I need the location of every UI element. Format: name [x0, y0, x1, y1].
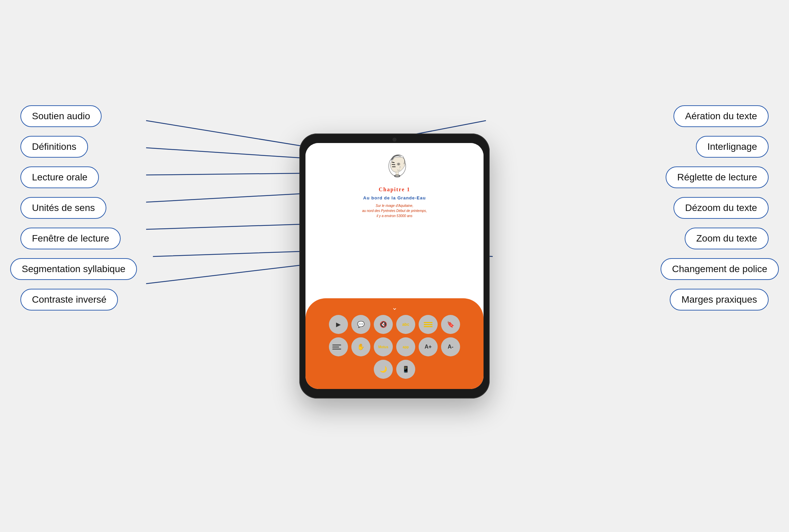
chapter-title: Chapitre 1	[379, 187, 410, 193]
ipad-device: Chapitre 1 Au bord de la Grande-Eau Sur …	[299, 134, 490, 398]
chevron-icon: ⌄	[312, 303, 477, 312]
toolbar-row-2: ✋ Motus app A+ A-	[312, 337, 477, 356]
toolbar-row-3: 🌙 📱	[312, 360, 477, 379]
book-illustration	[374, 150, 415, 184]
label-marges-praxiques: Marges praxiques	[670, 289, 769, 311]
bookmark-button[interactable]: 🔖	[441, 315, 460, 334]
zoom-in-button[interactable]: A+	[419, 337, 438, 356]
label-dezoom-du-texte: Dézoom du texte	[673, 197, 769, 219]
label-interlignage: Interlignage	[696, 136, 769, 158]
text-lines-button[interactable]	[329, 337, 348, 356]
motus-button[interactable]: Motus	[374, 337, 393, 356]
label-fenetre-de-lecture: Fenêtre de lecture	[20, 228, 121, 249]
book-page: Chapitre 1 Au bord de la Grande-Eau Sur …	[305, 143, 484, 298]
ipad-camera	[392, 138, 397, 142]
app-button[interactable]: app	[396, 337, 415, 356]
label-aeration-du-texte: Aération du texte	[673, 105, 769, 127]
screen-content: Chapitre 1 Au bord de la Grande-Eau Sur …	[305, 143, 484, 389]
label-unites-de-sens: Unités de sens	[20, 197, 106, 219]
label-changement-de-police: Changement de police	[661, 258, 779, 280]
svg-rect-6	[396, 172, 399, 176]
book-text: Sur le rivage d'Aquitaine, au nord des P…	[362, 203, 427, 218]
hand-button[interactable]: ✋	[351, 337, 370, 356]
toolbar-row-1: ▶ 💬 🔇 abc 🔖	[312, 315, 477, 334]
orange-toolbar: ⌄ ▶ 💬 🔇 abc 🔖	[305, 298, 484, 389]
label-zoom-du-texte: Zoom du texte	[685, 228, 769, 249]
lines-button[interactable]	[419, 315, 438, 334]
label-lecture-orale: Lecture orale	[20, 166, 99, 188]
chat-button[interactable]: 💬	[351, 315, 370, 334]
play-button[interactable]: ▶	[329, 315, 348, 334]
label-reglette-de-lecture: Réglette de lecture	[666, 166, 769, 188]
label-soutien-audio: Soutien audio	[20, 105, 102, 127]
tablet-button[interactable]: 📱	[396, 360, 415, 379]
abc-button[interactable]: abc	[396, 315, 415, 334]
label-definitions: Définitions	[20, 136, 88, 158]
scene: Chapitre 1 Au bord de la Grande-Eau Sur …	[0, 0, 789, 532]
svg-line-4	[392, 164, 395, 165]
label-contraste-inverse: Contraste inversé	[20, 289, 118, 311]
label-segmentation-syllabique: Segmentation syllabique	[10, 258, 137, 280]
svg-point-2	[398, 164, 399, 165]
zoom-out-button[interactable]: A-	[441, 337, 460, 356]
ipad-screen: Chapitre 1 Au bord de la Grande-Eau Sur …	[305, 143, 484, 389]
book-subtitle: Au bord de la Grande-Eau	[363, 195, 426, 200]
night-mode-button[interactable]: 🌙	[374, 360, 393, 379]
audio-off-button[interactable]: 🔇	[374, 315, 393, 334]
